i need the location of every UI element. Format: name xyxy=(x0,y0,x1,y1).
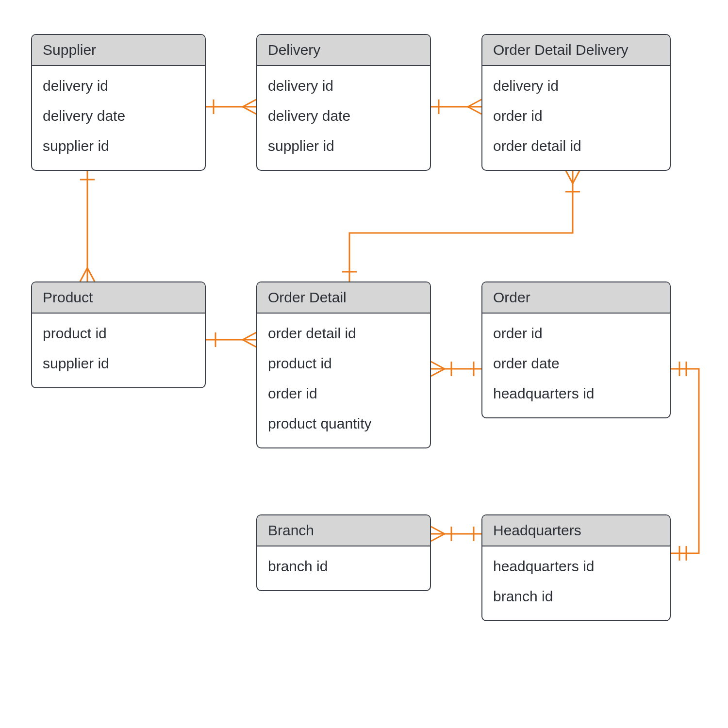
entity-attr: headquarters id xyxy=(493,379,659,409)
entity-title: Branch xyxy=(257,515,430,546)
entity-attr: order id xyxy=(268,379,419,409)
entity-attr: product id xyxy=(268,348,419,379)
svg-line-21 xyxy=(431,362,445,369)
entity-attr: order detail id xyxy=(268,318,419,348)
entity-attr: supplier id xyxy=(43,131,194,161)
svg-line-3 xyxy=(243,107,256,114)
entity-attrs: product id supplier id xyxy=(32,314,205,387)
entity-attr: delivery id xyxy=(493,71,659,101)
entity-attrs: branch id xyxy=(257,546,430,590)
entity-attrs: delivery id delivery date supplier id xyxy=(257,66,430,170)
svg-line-2 xyxy=(243,99,256,107)
svg-line-13 xyxy=(573,170,580,183)
entity-title: Order xyxy=(482,282,670,314)
svg-line-6 xyxy=(468,99,481,107)
entity-supplier[interactable]: Supplier delivery id delivery date suppl… xyxy=(31,34,206,171)
entity-title: Product xyxy=(32,282,205,314)
entity-branch[interactable]: Branch branch id xyxy=(256,514,431,591)
entity-attr: order detail id xyxy=(493,131,659,161)
entity-attrs: headquarters id branch id xyxy=(482,546,670,620)
entity-order-detail-delivery[interactable]: Order Detail Delivery delivery id order … xyxy=(481,34,671,171)
entity-attr: supplier id xyxy=(43,348,194,379)
entity-title: Delivery xyxy=(257,35,430,66)
entity-attr: headquarters id xyxy=(493,551,659,581)
entity-attr: order id xyxy=(493,101,659,131)
svg-line-11 xyxy=(87,268,95,281)
entity-title: Supplier xyxy=(32,35,205,66)
svg-line-31 xyxy=(431,534,445,541)
entity-title: Headquarters xyxy=(482,515,670,546)
entity-title: Order Detail xyxy=(257,282,430,314)
entity-attr: delivery date xyxy=(43,101,194,131)
entity-title: Order Detail Delivery xyxy=(482,35,670,66)
entity-order-detail[interactable]: Order Detail order detail id product id … xyxy=(256,281,431,448)
entity-attr: branch id xyxy=(268,551,419,581)
svg-line-18 xyxy=(243,332,256,340)
entity-attrs: delivery id order id order detail id xyxy=(482,66,670,170)
entity-attr: delivery date xyxy=(268,101,419,131)
entity-attr: delivery id xyxy=(268,71,419,101)
entity-attr: order id xyxy=(493,318,659,348)
svg-line-10 xyxy=(80,268,87,281)
er-diagram-canvas: Supplier delivery id delivery date suppl… xyxy=(0,0,728,728)
svg-line-12 xyxy=(565,170,573,183)
entity-attr: supplier id xyxy=(268,131,419,161)
svg-line-19 xyxy=(243,340,256,347)
entity-attrs: delivery id delivery date supplier id xyxy=(32,66,205,170)
entity-delivery[interactable]: Delivery delivery id delivery date suppl… xyxy=(256,34,431,171)
svg-line-7 xyxy=(468,107,481,114)
svg-line-22 xyxy=(431,369,445,376)
entity-headquarters[interactable]: Headquarters headquarters id branch id xyxy=(481,514,671,621)
entity-attrs: order detail id product id order id prod… xyxy=(257,314,430,447)
svg-line-30 xyxy=(431,527,445,534)
entity-attr: branch id xyxy=(493,581,659,612)
entity-order[interactable]: Order order id order date headquarters i… xyxy=(481,281,671,418)
entity-attr: order date xyxy=(493,348,659,379)
entity-product[interactable]: Product product id supplier id xyxy=(31,281,206,388)
entity-attr: product quantity xyxy=(268,409,419,439)
entity-attr: product id xyxy=(43,318,194,348)
entity-attrs: order id order date headquarters id xyxy=(482,314,670,417)
entity-attr: delivery id xyxy=(43,71,194,101)
